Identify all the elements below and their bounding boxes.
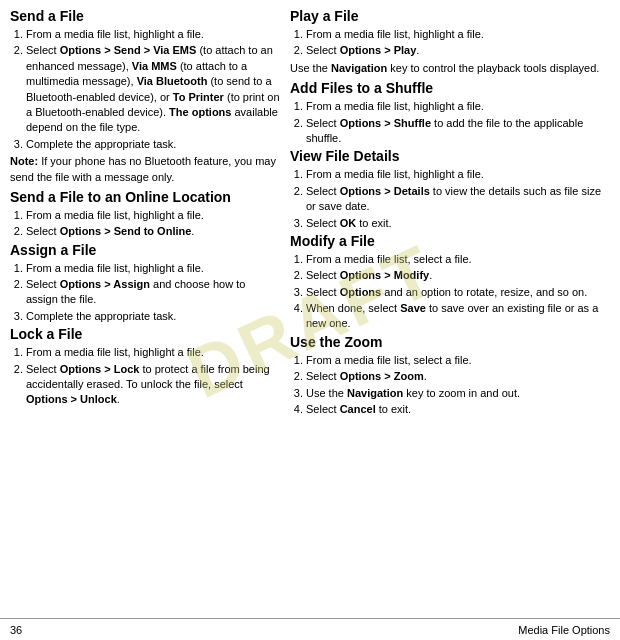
right-column: Play a File From a media file list, high… xyxy=(290,8,610,618)
section-title-zoom: Use the Zoom xyxy=(290,334,610,350)
section-title-assign: Assign a File xyxy=(10,242,280,258)
section-assign-a-file: Assign a File From a media file list, hi… xyxy=(10,242,280,325)
list-item: From a media file list, highlight a file… xyxy=(306,27,610,42)
section-title-modify: Modify a File xyxy=(290,233,610,249)
zoom-list: From a media file list, select a file. S… xyxy=(290,353,610,418)
content-area: Send a File From a media file list, high… xyxy=(0,0,620,618)
list-item: Select Options > Assign and choose how t… xyxy=(26,277,280,308)
footer-bar: 36 Media File Options xyxy=(0,618,620,640)
modify-list: From a media file list, select a file. S… xyxy=(290,252,610,332)
section-title-send-a-file: Send a File xyxy=(10,8,280,24)
list-item: From a media file list, highlight a file… xyxy=(306,167,610,182)
play-list: From a media file list, highlight a file… xyxy=(290,27,610,59)
section-modify-a-file: Modify a File From a media file list, se… xyxy=(290,233,610,332)
list-item: Select Options > Send to Online. xyxy=(26,224,280,239)
footer-page-number: 36 xyxy=(10,624,22,636)
list-item: Complete the appropriate task. xyxy=(26,309,280,324)
list-item: From a media file list, highlight a file… xyxy=(26,345,280,360)
lock-list: From a media file list, highlight a file… xyxy=(10,345,280,408)
list-item: From a media file list, select a file. xyxy=(306,252,610,267)
list-item: Select Options and an option to rotate, … xyxy=(306,285,610,300)
list-item: Select Options > Send > Via EMS (to atta… xyxy=(26,43,280,135)
section-lock-a-file: Lock a File From a media file list, high… xyxy=(10,326,280,408)
send-a-file-list: From a media file list, highlight a file… xyxy=(10,27,280,152)
section-send-file-online: Send a File to an Online Location From a… xyxy=(10,189,280,240)
list-item: Select Cancel to exit. xyxy=(306,402,610,417)
list-item: Select Options > Modify. xyxy=(306,268,610,283)
section-play-a-file: Play a File From a media file list, high… xyxy=(290,8,610,76)
section-view-file-details: View File Details From a media file list… xyxy=(290,148,610,231)
assign-list: From a media file list, highlight a file… xyxy=(10,261,280,325)
list-item: Select Options > Zoom. xyxy=(306,369,610,384)
section-add-files-shuffle: Add Files to a Shuffle From a media file… xyxy=(290,80,610,146)
section-title-shuffle: Add Files to a Shuffle xyxy=(290,80,610,96)
list-item: Select Options > Lock to protect a file … xyxy=(26,362,280,408)
shuffle-list: From a media file list, highlight a file… xyxy=(290,99,610,146)
play-extra-text: Use the Navigation key to control the pl… xyxy=(290,61,610,76)
section-send-a-file: Send a File From a media file list, high… xyxy=(10,8,280,185)
section-title-play: Play a File xyxy=(290,8,610,24)
list-item: Select Options > Details to view the det… xyxy=(306,184,610,215)
list-item: Select OK to exit. xyxy=(306,216,610,231)
list-item: From a media file list, highlight a file… xyxy=(26,208,280,223)
list-item: From a media file list, select a file. xyxy=(306,353,610,368)
section-use-the-zoom: Use the Zoom From a media file list, sel… xyxy=(290,334,610,418)
section-title-send-online: Send a File to an Online Location xyxy=(10,189,280,205)
list-item: Use the Navigation key to zoom in and ou… xyxy=(306,386,610,401)
list-item: From a media file list, highlight a file… xyxy=(26,27,280,42)
list-item: Select Options > Shuffle to add the file… xyxy=(306,116,610,147)
send-online-list: From a media file list, highlight a file… xyxy=(10,208,280,240)
list-item: Select Options > Play. xyxy=(306,43,610,58)
section-title-lock: Lock a File xyxy=(10,326,280,342)
list-item: From a media file list, highlight a file… xyxy=(306,99,610,114)
footer-title: Media File Options xyxy=(518,624,610,636)
list-item: Complete the appropriate task. xyxy=(26,137,280,152)
section-title-details: View File Details xyxy=(290,148,610,164)
page-container: Send a File From a media file list, high… xyxy=(0,0,620,640)
left-column: Send a File From a media file list, high… xyxy=(10,8,280,618)
list-item: When done, select Save to save over an e… xyxy=(306,301,610,332)
note-text: Note: If your phone has no Bluetooth fea… xyxy=(10,154,280,185)
list-item: From a media file list, highlight a file… xyxy=(26,261,280,276)
details-list: From a media file list, highlight a file… xyxy=(290,167,610,231)
